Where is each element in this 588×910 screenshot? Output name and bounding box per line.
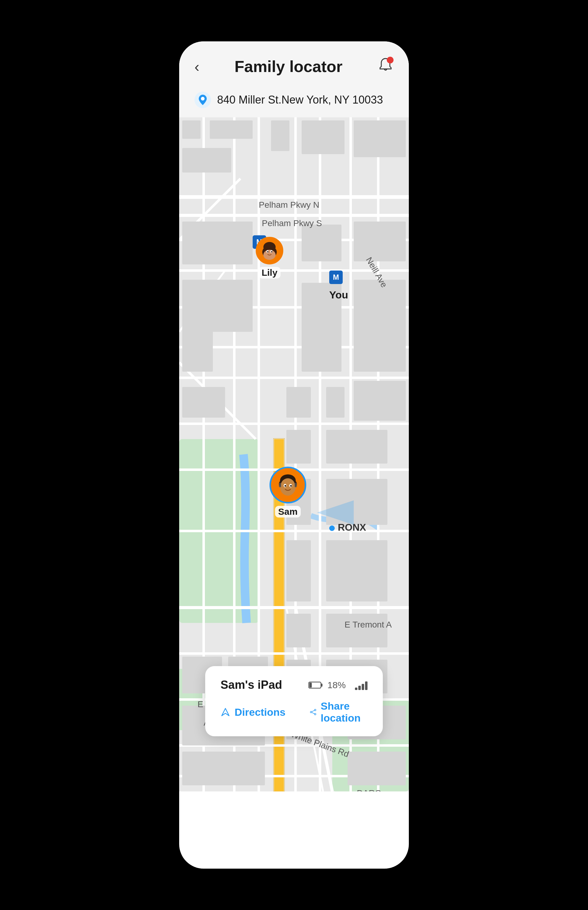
back-button[interactable]: ‹ [194, 58, 199, 75]
svg-line-99 [312, 712, 315, 714]
battery-percent: 18% [327, 680, 346, 690]
svg-point-78 [267, 251, 268, 253]
svg-rect-41 [182, 222, 253, 264]
svg-rect-37 [210, 120, 253, 139]
svg-marker-94 [222, 708, 229, 716]
svg-rect-51 [286, 387, 311, 418]
sam-avatar [270, 466, 306, 504]
sam-marker[interactable]: Sam [270, 466, 306, 518]
lily-marker[interactable]: Lily [256, 237, 283, 279]
svg-rect-53 [354, 381, 406, 421]
svg-rect-57 [326, 479, 388, 525]
directions-button[interactable]: Directions [221, 706, 298, 718]
address-text: 840 Miller St.New York, NY 10033 [217, 94, 383, 106]
svg-rect-43 [354, 222, 406, 261]
header: ‹ Family locator [179, 41, 409, 86]
card-actions: Directions Share location [221, 700, 367, 724]
svg-rect-90 [295, 483, 297, 487]
phone-frame: ‹ Family locator 840 Miller St.New York,… [179, 41, 409, 869]
svg-rect-59 [326, 540, 388, 601]
svg-rect-55 [326, 430, 388, 463]
svg-rect-52 [326, 387, 344, 418]
svg-rect-92 [321, 683, 323, 687]
svg-point-97 [315, 713, 316, 715]
svg-point-95 [315, 709, 316, 711]
svg-point-79 [271, 251, 273, 253]
svg-rect-69 [347, 751, 406, 785]
share-location-button[interactable]: Share location [310, 700, 377, 724]
battery-info: 18% [309, 680, 346, 690]
svg-rect-38 [271, 120, 289, 151]
svg-rect-39 [302, 120, 344, 154]
svg-rect-36 [182, 148, 231, 173]
map-area[interactable]: Pelham Pkwy N Pelham Pkwy S Neill Ave RO… [179, 117, 409, 792]
address-bar: 840 Miller St.New York, NY 10033 [179, 86, 409, 117]
notification-button[interactable] [378, 57, 394, 76]
share-location-label: Share location [321, 700, 365, 724]
lily-name: Lily [258, 267, 281, 279]
svg-rect-70 [182, 751, 265, 785]
sam-name: Sam [275, 506, 300, 518]
page-title: Family locator [234, 57, 343, 76]
you-label: You [329, 289, 348, 301]
battery-icon [309, 681, 323, 690]
share-icon [310, 707, 317, 717]
svg-point-84 [281, 478, 295, 494]
directions-label: Directions [234, 706, 286, 718]
svg-rect-61 [326, 614, 388, 648]
metro-icon-2: M [329, 270, 343, 284]
svg-rect-89 [279, 483, 281, 487]
notification-badge [387, 57, 394, 63]
card-header: Sam's iPad 18% [221, 678, 367, 691]
svg-rect-54 [286, 430, 311, 463]
svg-rect-42 [302, 225, 341, 261]
device-name: Sam's iPad [221, 678, 299, 691]
svg-rect-40 [354, 120, 406, 157]
svg-rect-50 [182, 387, 225, 418]
svg-rect-49 [354, 316, 406, 372]
svg-point-96 [310, 711, 312, 713]
svg-rect-93 [309, 683, 312, 688]
svg-rect-48 [302, 320, 341, 372]
sam-info-card: Sam's iPad 18% [205, 666, 383, 736]
svg-point-88 [290, 485, 292, 487]
location-pin-icon [194, 92, 211, 108]
directions-icon [221, 707, 230, 717]
signal-icon [355, 680, 367, 690]
lily-avatar [256, 237, 283, 264]
svg-rect-35 [182, 120, 200, 139]
svg-point-87 [284, 485, 286, 487]
svg-line-98 [312, 710, 315, 711]
svg-rect-58 [286, 540, 311, 601]
svg-rect-60 [286, 614, 311, 648]
svg-rect-47 [182, 316, 213, 372]
svg-point-1 [201, 97, 205, 100]
